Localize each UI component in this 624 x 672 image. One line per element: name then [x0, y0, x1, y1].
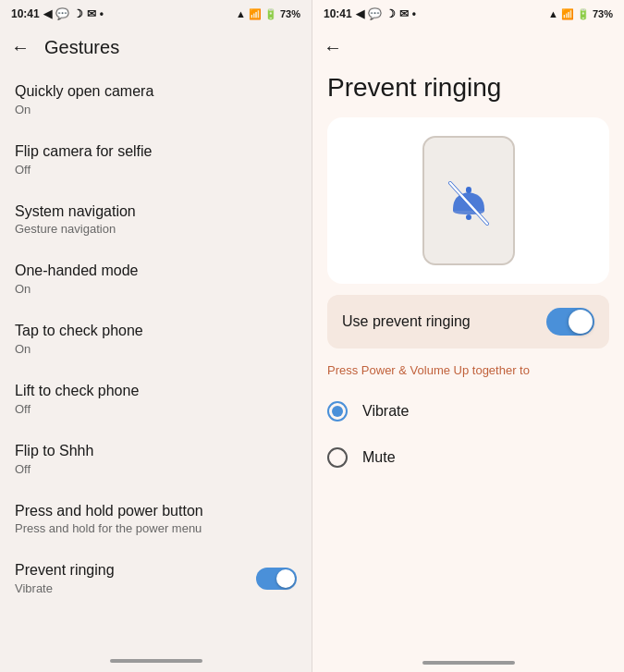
settings-item-title-5: Lift to check phone	[15, 382, 297, 401]
settings-item-title-4: Tap to check phone	[15, 322, 297, 341]
radio-inner-0	[332, 406, 343, 417]
mail-icon-r: ✉	[399, 7, 409, 20]
status-left-right: 10:41 ◀ 💬 ☽ ✉ •	[324, 7, 416, 20]
radio-circle-1	[327, 447, 348, 468]
use-prevent-card[interactable]: Use prevent ringing	[327, 295, 609, 348]
radio-label-1: Mute	[362, 449, 396, 466]
use-prevent-toggle[interactable]	[546, 308, 594, 336]
moon-icon-r: ☽	[385, 7, 396, 20]
moon-icon: ☽	[73, 7, 83, 20]
settings-item-subtitle-5: Off	[15, 402, 297, 416]
radio-options-container: Vibrate Mute	[312, 388, 624, 481]
left-panel: 10:41 ◀ 💬 ☽ ✉ • ▲ 📶 🔋 73% ← Gestures Qui…	[0, 0, 312, 672]
status-right-left: ▲ 📶 🔋 73%	[236, 8, 300, 20]
settings-item-title-3: One-handed mode	[15, 262, 297, 281]
top-bar-left: ← Gestures	[0, 26, 312, 69]
settings-item-subtitle-0: On	[15, 103, 297, 116]
wifi-icon: ▲	[236, 8, 246, 19]
phone-illustration	[422, 136, 515, 265]
settings-item-subtitle-2: Gesture navigation	[15, 222, 297, 236]
radio-label-0: Vibrate	[362, 403, 409, 420]
battery-pct-right: 73%	[593, 8, 613, 19]
settings-item-title-2: System navigation	[15, 202, 297, 222]
status-right-right: ▲ 📶 🔋 73%	[548, 8, 613, 20]
use-prevent-label: Use prevent ringing	[342, 313, 471, 330]
settings-item-2[interactable]: System navigation Gesture navigation	[0, 189, 312, 250]
whatsapp-icon-r: 💬	[368, 7, 382, 20]
back-button-right[interactable]: ←	[320, 33, 346, 62]
page-title-left: Gestures	[44, 37, 119, 58]
settings-item-title-7: Press and hold power button	[15, 502, 297, 521]
battery-icon-r: 🔋	[577, 8, 590, 20]
settings-item-7[interactable]: Press and hold power button Press and ho…	[0, 489, 312, 549]
page-title-right: Prevent ringing	[312, 66, 624, 117]
signal-icon-r: 📶	[561, 8, 574, 20]
settings-item-subtitle-6: Off	[15, 462, 297, 476]
dot-icon: •	[100, 7, 104, 20]
whatsapp-icon: 💬	[55, 7, 69, 20]
settings-item-3[interactable]: One-handed mode On	[0, 249, 312, 309]
settings-list: Quickly open camera On Flip camera for s…	[0, 69, 312, 654]
bottom-indicator-right	[312, 481, 624, 672]
settings-item-text-2: System navigation Gesture navigation	[15, 202, 297, 237]
settings-item-title-1: Flip camera for selfie	[15, 142, 297, 162]
settings-item-text-3: One-handed mode On	[15, 262, 297, 296]
settings-item-title-0: Quickly open camera	[15, 82, 297, 102]
settings-item-5[interactable]: Lift to check phone Off	[0, 369, 312, 429]
bottom-indicator-left	[0, 654, 312, 672]
wifi-icon-r: ▲	[548, 8, 558, 19]
settings-toggle-8[interactable]	[256, 568, 297, 590]
battery-icon: 🔋	[264, 8, 277, 20]
svg-point-0	[466, 214, 471, 220]
radio-option-0[interactable]: Vibrate	[312, 388, 624, 434]
settings-item-text-1: Flip camera for selfie Off	[15, 142, 297, 177]
settings-item-subtitle-3: On	[15, 282, 297, 296]
settings-item-text-5: Lift to check phone Off	[15, 382, 297, 416]
settings-item-text-7: Press and hold power button Press and ho…	[15, 502, 297, 536]
back-button-left[interactable]: ←	[7, 33, 33, 62]
radio-option-1[interactable]: Mute	[312, 434, 624, 481]
settings-item-text-4: Tap to check phone On	[15, 322, 297, 356]
signal-icon: 📶	[249, 8, 262, 20]
illustration-card	[327, 117, 609, 284]
battery-pct-left: 73%	[280, 8, 300, 19]
nav-icon: ◀	[43, 7, 52, 20]
bell-slash-icon	[446, 176, 492, 226]
status-bar-right: 10:41 ◀ 💬 ☽ ✉ • ▲ 📶 🔋 73%	[312, 0, 624, 26]
press-power-label: Press Power & Volume Up together to	[312, 363, 624, 388]
settings-item-subtitle-8: Vibrate	[15, 581, 256, 595]
settings-item-subtitle-1: Off	[15, 163, 297, 177]
settings-item-6[interactable]: Flip to Shhh Off	[0, 429, 312, 489]
settings-item-4[interactable]: Tap to check phone On	[0, 309, 312, 369]
settings-item-1[interactable]: Flip camera for selfie Off	[0, 129, 312, 189]
settings-item-8[interactable]: Prevent ringing Vibrate	[0, 548, 312, 608]
right-panel: 10:41 ◀ 💬 ☽ ✉ • ▲ 📶 🔋 73% ← Prevent ring…	[312, 0, 624, 672]
settings-item-0[interactable]: Quickly open camera On	[0, 69, 312, 129]
settings-item-title-6: Flip to Shhh	[15, 442, 297, 461]
nav-icon-r: ◀	[356, 7, 364, 20]
settings-item-text-6: Flip to Shhh Off	[15, 442, 297, 476]
settings-item-subtitle-4: On	[15, 342, 297, 356]
time-left: 10:41	[11, 7, 40, 20]
dot-icon-r: •	[412, 7, 416, 20]
status-left: 10:41 ◀ 💬 ☽ ✉ •	[11, 7, 104, 20]
top-bar-right: ←	[312, 26, 624, 66]
home-indicator-right	[422, 661, 515, 665]
svg-rect-1	[466, 187, 471, 193]
home-indicator-left	[110, 659, 202, 663]
settings-item-title-8: Prevent ringing	[15, 561, 256, 580]
settings-item-subtitle-7: Press and hold for the power menu	[15, 521, 297, 535]
status-bar-left: 10:41 ◀ 💬 ☽ ✉ • ▲ 📶 🔋 73%	[0, 0, 312, 26]
settings-item-text-8: Prevent ringing Vibrate	[15, 561, 256, 595]
radio-circle-0	[327, 401, 348, 422]
mail-icon: ✉	[87, 7, 96, 20]
settings-item-text-0: Quickly open camera On	[15, 82, 297, 116]
time-right: 10:41	[324, 7, 352, 20]
